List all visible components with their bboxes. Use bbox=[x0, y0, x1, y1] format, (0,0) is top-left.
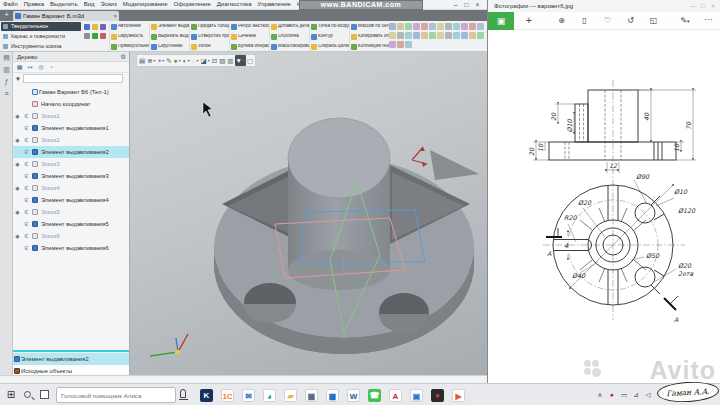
ribbon-mini-icon[interactable] bbox=[429, 23, 436, 30]
close-button[interactable]: × bbox=[472, 0, 483, 9]
ribbon-mini-icon[interactable] bbox=[389, 41, 396, 48]
orient-icon[interactable]: ⌖▾ bbox=[157, 55, 166, 66]
tree-structure-icon[interactable]: ▦ bbox=[15, 63, 24, 71]
gear-icon[interactable]: ⚙ bbox=[120, 52, 126, 62]
filter-icon[interactable]: ▼▾ bbox=[235, 55, 246, 66]
network-icon[interactable]: ⊿ bbox=[630, 389, 642, 401]
ribbon-button[interactable]: Ребро жесткости bbox=[231, 22, 269, 31]
ribbon-mini-icon[interactable] bbox=[405, 41, 412, 48]
file-button-3[interactable] bbox=[100, 24, 106, 30]
mail-icon[interactable]: ✉ bbox=[238, 387, 259, 403]
ribbon-mini-icon[interactable] bbox=[461, 23, 468, 30]
favorite-icon[interactable]: ♡ bbox=[596, 14, 619, 28]
shading-icon[interactable]: ●▾ bbox=[173, 55, 182, 66]
calendar-icon[interactable]: ▦ bbox=[322, 387, 343, 403]
ribbon-mini-icon[interactable] bbox=[461, 32, 468, 39]
params-tab-icon[interactable]: ▥ bbox=[0, 64, 13, 76]
zoom-icon[interactable]: ⊕ bbox=[550, 14, 573, 28]
tree-filter-input[interactable] bbox=[23, 74, 123, 83]
eye-icon[interactable]: ◉ bbox=[13, 209, 22, 215]
ribbon-mini-icon[interactable] bbox=[389, 23, 396, 30]
crop-icon[interactable]: ◱ bbox=[642, 14, 665, 28]
see-all-photos-button[interactable]: ▣ bbox=[488, 12, 514, 30]
ribbon-mode-1[interactable]: Твердотельное моделирование bbox=[1, 22, 81, 31]
tree-item[interactable]: ЄЭлемент выдавливания1 bbox=[13, 122, 129, 134]
file-button-1[interactable] bbox=[84, 24, 90, 30]
menu-item-Правка[interactable]: Правка bbox=[21, 0, 47, 7]
menu-item-Вид[interactable]: Вид bbox=[81, 0, 98, 7]
ribbon-mini-icon[interactable] bbox=[437, 32, 444, 39]
tab-close-icon[interactable]: × bbox=[113, 11, 117, 21]
eye-icon[interactable]: ◉ bbox=[13, 233, 22, 239]
filter-funnel-icon[interactable]: ▼ bbox=[15, 76, 23, 82]
ribbon-mini-icon[interactable] bbox=[413, 23, 420, 30]
folder-icon[interactable]: ▰ bbox=[280, 387, 301, 403]
ribbon-mode-2[interactable]: Каркас и поверхности bbox=[1, 32, 81, 41]
ribbon-button[interactable]: Масштабирование... bbox=[271, 42, 309, 51]
eye-icon[interactable]: ◉ bbox=[13, 137, 22, 143]
pen-icon[interactable]: ✎ bbox=[165, 55, 172, 66]
ribbon-button[interactable]: Сечение bbox=[231, 32, 269, 41]
tree-item[interactable]: ЄЭлемент выдавливания6 bbox=[13, 242, 129, 254]
ribbon-mini-icon[interactable] bbox=[445, 32, 452, 39]
zoom-icon[interactable]: ⊕▾ bbox=[146, 55, 156, 66]
taskbar-search-box[interactable] bbox=[56, 387, 176, 403]
ribbon-mode-3[interactable]: Инструменты эскиза bbox=[1, 42, 81, 51]
tree-item[interactable]: ◉ЄЭскиз1 bbox=[13, 110, 129, 122]
panel-tab-icon[interactable]: ▤ bbox=[0, 52, 13, 64]
edit-create-button[interactable]: ✎▾ bbox=[675, 14, 695, 28]
document-tab[interactable]: Гаман Вариант Б.m3d × bbox=[13, 11, 119, 21]
menu-item-Оформление[interactable]: Оформление bbox=[171, 0, 214, 7]
tree-detail-item[interactable]: Элемент выдавливания2 bbox=[13, 353, 129, 365]
search-icon[interactable] bbox=[24, 391, 31, 398]
file-button-4[interactable] bbox=[84, 33, 90, 39]
ribbon-mini-icon[interactable] bbox=[437, 23, 444, 30]
acrobat-icon[interactable]: A bbox=[385, 387, 406, 403]
ribbon-mini-icon[interactable] bbox=[469, 23, 476, 30]
photos-icon[interactable]: ▣ bbox=[406, 387, 427, 403]
ribbon-mini-icon[interactable] bbox=[477, 23, 484, 30]
photos-maximize-button[interactable]: □ bbox=[698, 0, 708, 12]
tray-expand-icon[interactable]: ∧ bbox=[594, 389, 606, 401]
ribbon-mini-icon[interactable] bbox=[429, 32, 436, 39]
ribbon-button[interactable]: Отверстие простое bbox=[191, 32, 229, 41]
tree-item[interactable]: ◉ЄЭскиз6 bbox=[13, 230, 129, 242]
sphere-icon[interactable]: ◐▾ bbox=[182, 55, 191, 66]
menu-item-Моделирование[interactable]: Моделирование bbox=[120, 0, 171, 7]
bandicam-icon[interactable]: ● bbox=[427, 387, 448, 403]
ribbon-mini-icon[interactable] bbox=[469, 32, 476, 39]
cube-icon[interactable]: ▧ bbox=[218, 55, 226, 66]
ribbon-button[interactable]: Оболочка bbox=[271, 32, 309, 41]
ribbon-button[interactable]: Автолиния bbox=[111, 22, 149, 31]
minimize-button[interactable]: – bbox=[450, 0, 461, 9]
menu-item-Диагностика[interactable]: Диагностика bbox=[214, 0, 255, 7]
ribbon-mini-icon[interactable] bbox=[445, 23, 452, 30]
rotate-icon[interactable]: ↺ bbox=[619, 14, 642, 28]
menu-item-Файл[interactable]: Файл bbox=[0, 0, 21, 7]
ribbon-button[interactable]: Прямоугольник bbox=[111, 42, 149, 51]
tree-item[interactable]: ◉ЄЭскиз4 bbox=[13, 182, 129, 194]
ribbon-mini-icon[interactable] bbox=[421, 23, 428, 30]
3d-viewport[interactable]: ▤⊕▾⌖▾✎●▾◐▾◌▾◪▾⊡▧▥▼▾▢ bbox=[130, 52, 487, 383]
whatsapp-icon[interactable]: ☎ bbox=[364, 387, 385, 403]
add-button[interactable]: + bbox=[522, 14, 536, 28]
tree-options-icon[interactable]: ▫ bbox=[47, 63, 56, 71]
word-icon[interactable]: W bbox=[343, 387, 364, 403]
ribbon-button[interactable]: Окружность bbox=[111, 32, 149, 41]
display-icon[interactable]: ▭ bbox=[618, 389, 630, 401]
ribbon-button[interactable]: Придать толщину bbox=[191, 22, 229, 31]
ribbon-button[interactable]: Элемент выдавливания bbox=[151, 22, 189, 31]
file-button-2[interactable] bbox=[92, 24, 98, 30]
ribbon-button[interactable]: Массив по сетке bbox=[351, 22, 389, 31]
ribbon-button[interactable]: Уклон bbox=[191, 42, 229, 51]
function-tab-icon[interactable]: ƒ bbox=[0, 76, 13, 88]
eye-icon[interactable]: ◉ bbox=[13, 161, 22, 167]
select-icon[interactable]: ▢ bbox=[246, 55, 254, 66]
tree-origin[interactable]: Начало координат bbox=[13, 98, 129, 110]
ghost-icon[interactable]: ◌▾ bbox=[191, 55, 200, 66]
ribbon-mini-icon[interactable] bbox=[453, 23, 460, 30]
eye-icon[interactable]: ◉ bbox=[13, 185, 22, 191]
ribbon-mini-icon[interactable] bbox=[453, 32, 460, 39]
tree-item[interactable]: ЄЭлемент выдавливания5 bbox=[13, 218, 129, 230]
ribbon-button[interactable]: Вырезать выдавливанием bbox=[151, 32, 189, 41]
